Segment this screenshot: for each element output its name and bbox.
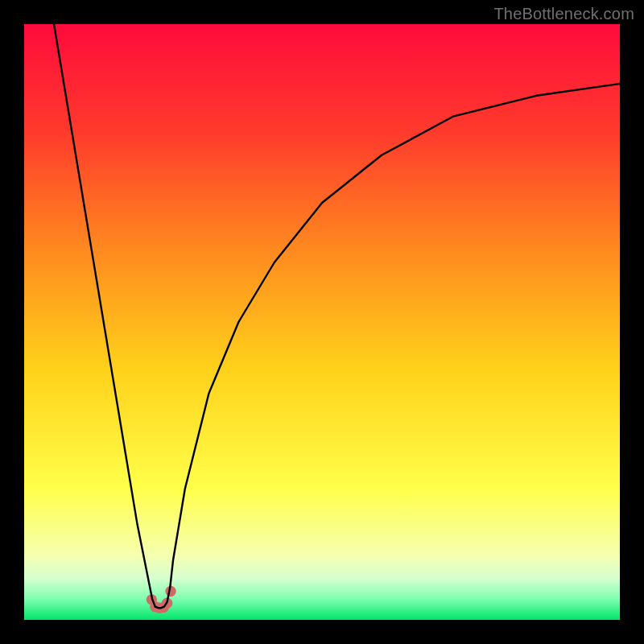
watermark-text: TheBottleneck.com bbox=[493, 5, 634, 23]
plot-area bbox=[24, 24, 620, 620]
chart-frame: TheBottleneck.com bbox=[0, 0, 644, 644]
chart-svg bbox=[24, 24, 620, 620]
chart-background bbox=[24, 24, 620, 620]
